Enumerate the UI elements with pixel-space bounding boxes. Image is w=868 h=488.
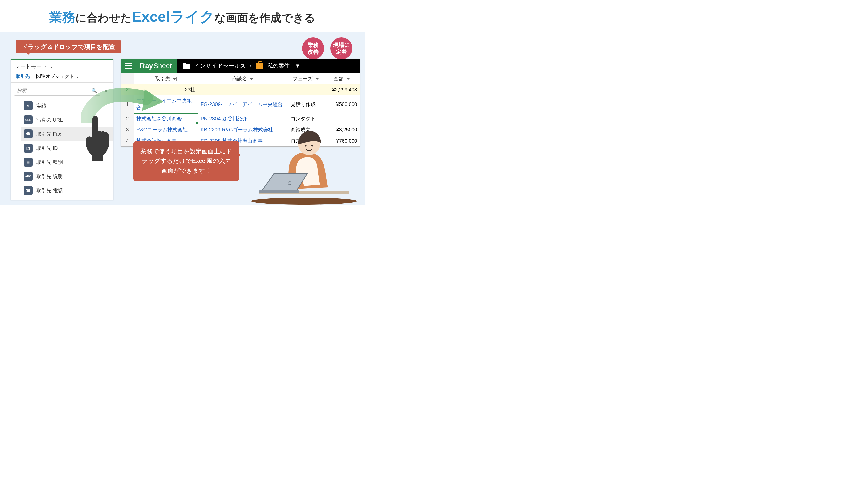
tab-related-objects[interactable]: 関連オブジェクト ⌄ [35, 71, 80, 82]
col-header-amount[interactable]: 金額 [324, 73, 360, 84]
page-headline: 業務に合わせたExcelライクな画面を作成できる [0, 7, 365, 27]
col-header-phase[interactable]: フェーズ [288, 73, 324, 84]
chevron-down-icon: ⌄ [75, 74, 79, 79]
field-label: 実績 [36, 102, 46, 109]
folder-icon [183, 63, 190, 69]
row-number: 1 [121, 95, 134, 113]
data-grid[interactable]: 取引先 商談名 フェーズ 金額 Σ 23社 ¥2,299,403 1 エスイーア… [121, 73, 360, 147]
cell-opportunity[interactable]: KB-2209-R&Gゴーラム株式会社 [198, 124, 288, 135]
cell-account[interactable]: R&Gゴーラム株式会社 [134, 124, 198, 135]
badge-adoption: 現場に 定着 [330, 37, 352, 59]
chevron-right-icon: › [250, 63, 252, 69]
col-header-opportunity[interactable]: 商談名 [198, 73, 288, 84]
breadcrumb: インサイドセールス › 私の案件 ▼ [178, 59, 360, 73]
field-label: 取引先 電話 [36, 187, 63, 194]
sigma-icon: Σ [121, 84, 134, 95]
object-tabs: 取引先 関連オブジェクト ⌄ [10, 71, 113, 83]
field-item-account-type[interactable]: ≣ 取引先 種別 [21, 155, 113, 169]
raysheet-logo: RaySheet [136, 59, 178, 73]
cell-amount[interactable]: ¥3,25000 [324, 124, 360, 135]
url-icon: URL [24, 115, 33, 124]
header-row: 取引先 商談名 フェーズ 金額 [121, 73, 360, 84]
cell-amount[interactable]: ¥500,000 [324, 95, 360, 113]
cell-account[interactable]: エスイーアイエム中央組合 [134, 95, 198, 113]
chevron-down-icon: ⌄ [50, 64, 53, 69]
cell-phase[interactable]: ロスト [288, 135, 324, 147]
speech-bubble: 業務で使う項目を設定画面上にドラッグするだけでExcel風の入力画面ができます！ [133, 141, 239, 181]
summary-row: Σ 23社 ¥2,299,403 [121, 84, 360, 95]
table-row[interactable]: 3 R&Gゴーラム株式会社 KB-2209-R&Gゴーラム株式会社 商談成立 ¥… [121, 124, 360, 135]
list-icon: ≣ [24, 158, 33, 167]
filter-icon[interactable] [249, 77, 254, 81]
cell-amount[interactable] [324, 113, 360, 124]
corner-cell [121, 73, 134, 84]
callout-drag-drop: ドラッグ＆ドロップで項目を配置 [16, 40, 121, 53]
row-number: 3 [121, 124, 134, 135]
briefcase-icon [256, 63, 263, 69]
field-item-results[interactable]: $ 実績 [21, 99, 113, 113]
summary-total: ¥2,299,403 [324, 84, 360, 95]
col-header-account[interactable]: 取引先 [134, 73, 198, 84]
field-label: 取引先 種別 [36, 159, 63, 166]
row-number: 2 [121, 113, 134, 124]
hamburger-menu-button[interactable] [121, 59, 136, 73]
sheet-mode-dropdown[interactable]: シートモード ⌄ [10, 60, 113, 71]
tab-account[interactable]: 取引先 [14, 71, 31, 82]
breadcrumb-view[interactable]: 私の案件 [267, 62, 290, 70]
breadcrumb-folder[interactable]: インサイドセールス [194, 62, 246, 70]
cell-phase[interactable]: 商談成立 [288, 124, 324, 135]
field-item-account-phone[interactable]: ☎ 取引先 電話 [21, 183, 113, 197]
table-row[interactable]: 2 株式会社森谷川商会 PN-2304-森谷川紹介 コンタクト [121, 113, 360, 124]
search-icon: 🔍 [91, 88, 97, 94]
search-placeholder: 検索 [17, 87, 26, 94]
cell-amount[interactable]: ¥760,000 [324, 135, 360, 147]
sheet-mode-label: シートモード [14, 63, 47, 70]
field-picker-panel: シートモード ⌄ 取引先 関連オブジェクト ⌄ 検索 🔍 « $ 実績 URL … [10, 59, 113, 200]
filter-icon[interactable] [346, 77, 350, 81]
badge-improvement: 業務 改善 [302, 37, 324, 59]
field-label: 取引先 説明 [36, 173, 63, 180]
cell-account-selected[interactable]: 株式会社森谷川商会 [134, 113, 198, 124]
cell-phase[interactable]: コンタクト [288, 113, 324, 124]
text-icon: ABC [24, 172, 33, 181]
field-item-account-fax[interactable]: ☎ 取引先 Fax [21, 127, 113, 141]
field-list: $ 実績 URL 写真の URL ☎ 取引先 Fax ⚿ 取引先 ID ≣ 取引… [10, 98, 113, 197]
field-item-account-id[interactable]: ⚿ 取引先 ID [21, 141, 113, 155]
key-icon: ⚿ [24, 144, 33, 153]
row-number: 4 [121, 135, 134, 147]
filter-icon[interactable] [315, 77, 319, 81]
field-label: 写真の URL [36, 117, 63, 123]
spreadsheet-panel: RaySheet インサイドセールス › 私の案件 ▼ 取引先 商談名 フェーズ… [121, 59, 360, 147]
field-item-photo-url[interactable]: URL 写真の URL [21, 113, 113, 127]
phone-icon: ☎ [24, 186, 33, 195]
summary-count: 23社 [134, 84, 198, 95]
field-label: 取引先 Fax [36, 131, 61, 138]
headline-accent-2: Excelライク [132, 8, 215, 25]
grid-topbar: RaySheet インサイドセールス › 私の案件 ▼ [121, 59, 360, 73]
headline-accent-1: 業務 [49, 10, 75, 24]
dropdown-triangle-icon[interactable]: ▼ [295, 63, 300, 69]
cell-opportunity[interactable]: PN-2304-森谷川紹介 [198, 113, 288, 124]
cell-opportunity[interactable]: FG-2309-エスイーアイエム中央組合 [198, 95, 288, 113]
cell-phase[interactable]: 見積り作成 [288, 95, 324, 113]
collapse-panel-button[interactable]: « [102, 88, 110, 93]
field-label: 取引先 ID [36, 145, 58, 152]
field-search-input[interactable]: 検索 🔍 [14, 86, 100, 96]
field-item-account-desc[interactable]: ABC 取引先 説明 [21, 169, 113, 183]
currency-icon: $ [24, 101, 33, 110]
table-row[interactable]: 1 エスイーアイエム中央組合 FG-2309-エスイーアイエム中央組合 見積り作… [121, 95, 360, 113]
phone-icon: ☎ [24, 129, 33, 139]
filter-icon[interactable] [172, 77, 177, 81]
